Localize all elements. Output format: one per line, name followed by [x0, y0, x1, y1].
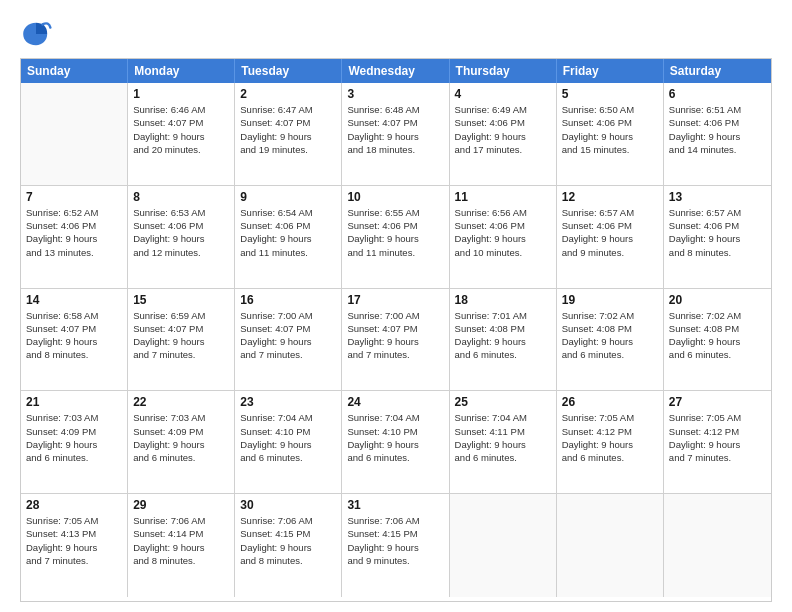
calendar-cell: 18Sunrise: 7:01 AM Sunset: 4:08 PM Dayli… — [450, 289, 557, 392]
day-number: 17 — [347, 293, 443, 307]
calendar-cell: 22Sunrise: 7:03 AM Sunset: 4:09 PM Dayli… — [128, 391, 235, 494]
day-info: Sunrise: 6:53 AM Sunset: 4:06 PM Dayligh… — [133, 206, 229, 259]
weekday-header: Sunday — [21, 59, 128, 83]
calendar-cell: 11Sunrise: 6:56 AM Sunset: 4:06 PM Dayli… — [450, 186, 557, 289]
calendar-cell — [557, 494, 664, 597]
day-info: Sunrise: 7:04 AM Sunset: 4:10 PM Dayligh… — [240, 411, 336, 464]
day-info: Sunrise: 6:46 AM Sunset: 4:07 PM Dayligh… — [133, 103, 229, 156]
calendar-cell — [450, 494, 557, 597]
day-number: 14 — [26, 293, 122, 307]
day-info: Sunrise: 7:05 AM Sunset: 4:13 PM Dayligh… — [26, 514, 122, 567]
calendar-cell: 31Sunrise: 7:06 AM Sunset: 4:15 PM Dayli… — [342, 494, 449, 597]
calendar-cell — [21, 83, 128, 186]
weekday-header: Tuesday — [235, 59, 342, 83]
day-info: Sunrise: 6:56 AM Sunset: 4:06 PM Dayligh… — [455, 206, 551, 259]
day-number: 12 — [562, 190, 658, 204]
logo-icon — [20, 18, 52, 50]
calendar-cell: 17Sunrise: 7:00 AM Sunset: 4:07 PM Dayli… — [342, 289, 449, 392]
day-number: 15 — [133, 293, 229, 307]
weekday-header: Thursday — [450, 59, 557, 83]
calendar-cell: 19Sunrise: 7:02 AM Sunset: 4:08 PM Dayli… — [557, 289, 664, 392]
day-info: Sunrise: 6:57 AM Sunset: 4:06 PM Dayligh… — [562, 206, 658, 259]
calendar-cell: 8Sunrise: 6:53 AM Sunset: 4:06 PM Daylig… — [128, 186, 235, 289]
day-number: 6 — [669, 87, 766, 101]
day-info: Sunrise: 7:04 AM Sunset: 4:10 PM Dayligh… — [347, 411, 443, 464]
day-info: Sunrise: 7:06 AM Sunset: 4:14 PM Dayligh… — [133, 514, 229, 567]
day-info: Sunrise: 6:47 AM Sunset: 4:07 PM Dayligh… — [240, 103, 336, 156]
day-number: 21 — [26, 395, 122, 409]
day-number: 2 — [240, 87, 336, 101]
calendar-cell: 27Sunrise: 7:05 AM Sunset: 4:12 PM Dayli… — [664, 391, 771, 494]
day-info: Sunrise: 7:01 AM Sunset: 4:08 PM Dayligh… — [455, 309, 551, 362]
calendar-cell: 2Sunrise: 6:47 AM Sunset: 4:07 PM Daylig… — [235, 83, 342, 186]
day-info: Sunrise: 6:51 AM Sunset: 4:06 PM Dayligh… — [669, 103, 766, 156]
day-number: 1 — [133, 87, 229, 101]
day-info: Sunrise: 6:48 AM Sunset: 4:07 PM Dayligh… — [347, 103, 443, 156]
day-info: Sunrise: 6:50 AM Sunset: 4:06 PM Dayligh… — [562, 103, 658, 156]
day-info: Sunrise: 7:06 AM Sunset: 4:15 PM Dayligh… — [240, 514, 336, 567]
day-number: 11 — [455, 190, 551, 204]
calendar-cell: 12Sunrise: 6:57 AM Sunset: 4:06 PM Dayli… — [557, 186, 664, 289]
calendar-cell: 10Sunrise: 6:55 AM Sunset: 4:06 PM Dayli… — [342, 186, 449, 289]
day-info: Sunrise: 6:59 AM Sunset: 4:07 PM Dayligh… — [133, 309, 229, 362]
day-number: 13 — [669, 190, 766, 204]
day-info: Sunrise: 7:05 AM Sunset: 4:12 PM Dayligh… — [669, 411, 766, 464]
day-number: 26 — [562, 395, 658, 409]
calendar-cell: 15Sunrise: 6:59 AM Sunset: 4:07 PM Dayli… — [128, 289, 235, 392]
day-number: 19 — [562, 293, 658, 307]
day-info: Sunrise: 7:00 AM Sunset: 4:07 PM Dayligh… — [347, 309, 443, 362]
day-number: 23 — [240, 395, 336, 409]
calendar-cell: 16Sunrise: 7:00 AM Sunset: 4:07 PM Dayli… — [235, 289, 342, 392]
calendar-cell: 14Sunrise: 6:58 AM Sunset: 4:07 PM Dayli… — [21, 289, 128, 392]
weekday-header: Wednesday — [342, 59, 449, 83]
day-number: 30 — [240, 498, 336, 512]
day-number: 5 — [562, 87, 658, 101]
day-number: 3 — [347, 87, 443, 101]
calendar-cell — [664, 494, 771, 597]
logo — [20, 18, 58, 50]
calendar: SundayMondayTuesdayWednesdayThursdayFrid… — [20, 58, 772, 602]
calendar-body: 1Sunrise: 6:46 AM Sunset: 4:07 PM Daylig… — [21, 83, 771, 597]
day-number: 24 — [347, 395, 443, 409]
day-number: 8 — [133, 190, 229, 204]
day-number: 20 — [669, 293, 766, 307]
day-number: 31 — [347, 498, 443, 512]
calendar-cell: 13Sunrise: 6:57 AM Sunset: 4:06 PM Dayli… — [664, 186, 771, 289]
day-number: 27 — [669, 395, 766, 409]
calendar-cell: 6Sunrise: 6:51 AM Sunset: 4:06 PM Daylig… — [664, 83, 771, 186]
calendar-cell: 21Sunrise: 7:03 AM Sunset: 4:09 PM Dayli… — [21, 391, 128, 494]
day-info: Sunrise: 6:52 AM Sunset: 4:06 PM Dayligh… — [26, 206, 122, 259]
day-info: Sunrise: 7:00 AM Sunset: 4:07 PM Dayligh… — [240, 309, 336, 362]
calendar-cell: 26Sunrise: 7:05 AM Sunset: 4:12 PM Dayli… — [557, 391, 664, 494]
day-number: 16 — [240, 293, 336, 307]
weekday-header: Monday — [128, 59, 235, 83]
calendar-cell: 25Sunrise: 7:04 AM Sunset: 4:11 PM Dayli… — [450, 391, 557, 494]
day-number: 7 — [26, 190, 122, 204]
calendar-cell: 23Sunrise: 7:04 AM Sunset: 4:10 PM Dayli… — [235, 391, 342, 494]
calendar-cell: 20Sunrise: 7:02 AM Sunset: 4:08 PM Dayli… — [664, 289, 771, 392]
calendar-cell: 9Sunrise: 6:54 AM Sunset: 4:06 PM Daylig… — [235, 186, 342, 289]
weekday-header: Friday — [557, 59, 664, 83]
day-number: 18 — [455, 293, 551, 307]
day-info: Sunrise: 6:57 AM Sunset: 4:06 PM Dayligh… — [669, 206, 766, 259]
calendar-cell: 28Sunrise: 7:05 AM Sunset: 4:13 PM Dayli… — [21, 494, 128, 597]
calendar-cell: 1Sunrise: 6:46 AM Sunset: 4:07 PM Daylig… — [128, 83, 235, 186]
day-number: 10 — [347, 190, 443, 204]
page: SundayMondayTuesdayWednesdayThursdayFrid… — [0, 0, 792, 612]
day-info: Sunrise: 7:06 AM Sunset: 4:15 PM Dayligh… — [347, 514, 443, 567]
calendar-cell: 3Sunrise: 6:48 AM Sunset: 4:07 PM Daylig… — [342, 83, 449, 186]
day-info: Sunrise: 7:02 AM Sunset: 4:08 PM Dayligh… — [562, 309, 658, 362]
day-info: Sunrise: 7:02 AM Sunset: 4:08 PM Dayligh… — [669, 309, 766, 362]
day-number: 28 — [26, 498, 122, 512]
day-info: Sunrise: 7:03 AM Sunset: 4:09 PM Dayligh… — [133, 411, 229, 464]
day-info: Sunrise: 7:03 AM Sunset: 4:09 PM Dayligh… — [26, 411, 122, 464]
calendar-cell: 29Sunrise: 7:06 AM Sunset: 4:14 PM Dayli… — [128, 494, 235, 597]
day-number: 25 — [455, 395, 551, 409]
weekday-header: Saturday — [664, 59, 771, 83]
calendar-cell: 24Sunrise: 7:04 AM Sunset: 4:10 PM Dayli… — [342, 391, 449, 494]
day-number: 4 — [455, 87, 551, 101]
day-number: 22 — [133, 395, 229, 409]
day-info: Sunrise: 6:55 AM Sunset: 4:06 PM Dayligh… — [347, 206, 443, 259]
day-info: Sunrise: 6:58 AM Sunset: 4:07 PM Dayligh… — [26, 309, 122, 362]
day-number: 9 — [240, 190, 336, 204]
